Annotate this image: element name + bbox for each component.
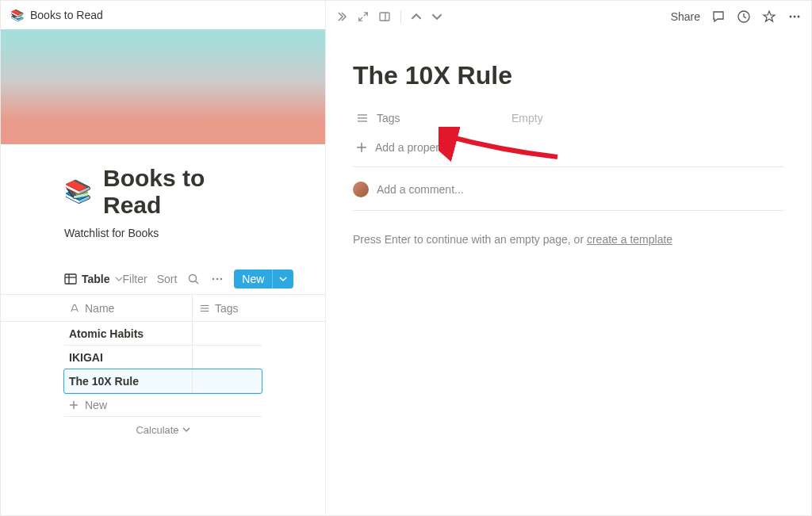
comment-input[interactable]: Add a comment...: [353, 174, 784, 205]
svg-point-6: [216, 277, 219, 280]
create-template-link[interactable]: create a template: [587, 233, 672, 246]
chevron-down-icon[interactable]: [431, 11, 442, 22]
comment-placeholder: Add a comment...: [377, 183, 464, 196]
view-name: Table: [82, 273, 110, 285]
svg-line-4: [196, 281, 199, 284]
calculate-label: Calculate: [136, 424, 178, 436]
sort-button[interactable]: Sort: [157, 273, 178, 285]
more-icon[interactable]: [210, 272, 224, 286]
cell-name: The 10X Rule: [64, 375, 192, 388]
annotation-arrow-icon: [439, 127, 565, 166]
chevron-down-icon[interactable]: [272, 269, 293, 289]
divider: [400, 10, 401, 23]
new-row-button[interactable]: New: [64, 393, 262, 417]
left-pane: 📚 Books to Read 📚 Books to Read Watchlis…: [1, 1, 326, 515]
column-header-tags[interactable]: Tags: [192, 295, 262, 321]
avatar: [353, 182, 369, 197]
page-header: 📚 Books to Read Watchlist for Books: [1, 144, 325, 244]
search-icon[interactable]: [186, 272, 201, 286]
peek-mode-icon[interactable]: [378, 10, 391, 23]
book-stack-icon[interactable]: 📚: [64, 181, 92, 203]
multi-select-icon: [199, 303, 210, 314]
document: The 10X Rule Tags Empty Add a property: [326, 32, 811, 515]
svg-rect-13: [380, 13, 389, 21]
comment-icon[interactable]: [711, 10, 726, 24]
divider: [353, 166, 784, 167]
text-property-icon: [69, 303, 80, 314]
svg-point-7: [220, 277, 223, 280]
chevron-up-icon[interactable]: [411, 11, 422, 22]
cell-tags: [192, 369, 262, 392]
empty-page-hint: Press Enter to continue with an empty pa…: [353, 233, 784, 246]
property-value[interactable]: Empty: [511, 112, 543, 124]
add-property-label: Add a property: [375, 141, 448, 154]
new-row-label: New: [85, 399, 107, 411]
plus-icon: [69, 400, 79, 410]
svg-point-17: [794, 16, 796, 18]
filter-button[interactable]: Filter: [123, 273, 147, 285]
breadcrumb-title: Books to Read: [30, 9, 103, 21]
column-header-label: Tags: [215, 302, 239, 315]
divider: [353, 210, 784, 211]
page-title[interactable]: Books to Read: [103, 165, 262, 219]
breadcrumb[interactable]: 📚 Books to Read: [1, 1, 325, 29]
property-label: Tags: [377, 112, 400, 124]
add-property-button[interactable]: Add a property: [353, 133, 784, 162]
page-title[interactable]: The 10X Rule: [353, 61, 784, 90]
table-row[interactable]: IKIGAI: [64, 346, 262, 369]
view-bar: Table Filter Sort New: [1, 263, 325, 295]
right-topbar: Share: [326, 1, 811, 32]
cell-name: Atomic Habits: [64, 327, 192, 340]
view-switcher[interactable]: Table: [64, 273, 123, 285]
new-button-label: New: [234, 269, 272, 289]
updates-icon[interactable]: [737, 10, 751, 24]
svg-point-5: [213, 277, 215, 280]
table-head: Name Tags: [1, 295, 325, 322]
multi-select-icon: [356, 112, 369, 124]
chevron-down-icon: [182, 426, 190, 434]
table-row[interactable]: The 10X Rule: [64, 369, 262, 393]
chevron-down-icon: [115, 275, 123, 283]
column-header-label: Name: [85, 302, 114, 315]
expand-icon[interactable]: [358, 11, 369, 22]
share-button[interactable]: Share: [671, 10, 700, 23]
property-tags[interactable]: Tags Empty: [353, 105, 784, 132]
table-row[interactable]: Atomic Habits: [64, 322, 262, 346]
cell-name: IKIGAI: [64, 351, 192, 364]
more-icon[interactable]: [787, 10, 802, 24]
cell-tags: [192, 322, 262, 345]
svg-rect-0: [65, 274, 76, 284]
favorite-icon[interactable]: [762, 10, 776, 24]
table-rows: Atomic Habits IKIGAI The 10X Rule New: [1, 322, 325, 417]
plus-icon: [356, 142, 367, 153]
svg-point-16: [790, 16, 792, 18]
page-description[interactable]: Watchlist for Books: [64, 227, 262, 239]
column-header-name[interactable]: Name: [64, 302, 192, 315]
cell-tags: [192, 346, 262, 369]
right-pane: Share The 10X Rule Tags Empty: [326, 1, 811, 515]
calculate-row[interactable]: Calculate: [1, 417, 325, 442]
table-icon: [64, 273, 77, 285]
svg-point-3: [190, 274, 197, 281]
new-button[interactable]: New: [234, 269, 293, 289]
collapse-icon[interactable]: [335, 10, 348, 23]
hint-text: Press Enter to continue with an empty pa…: [353, 233, 587, 246]
svg-point-18: [798, 16, 800, 18]
book-stack-icon: 📚: [10, 10, 24, 21]
cover-image: [1, 29, 325, 144]
